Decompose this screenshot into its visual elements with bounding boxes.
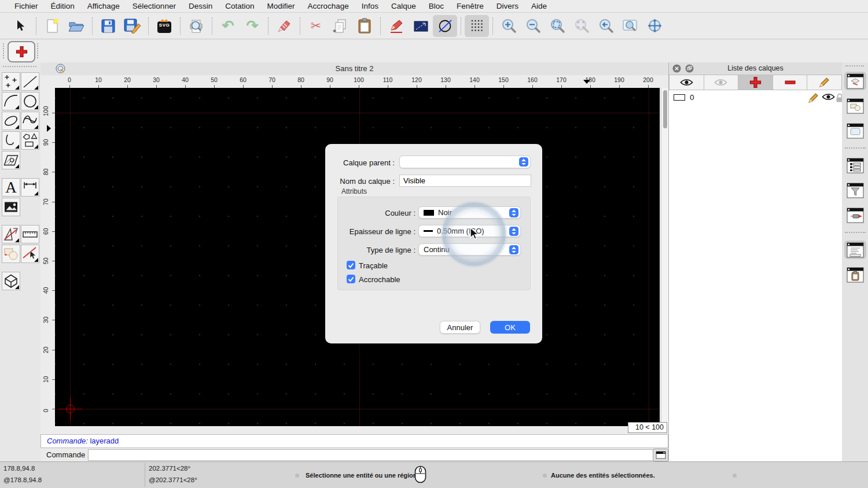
toolbar-separator [212,17,212,35]
stepper-icon [519,157,528,167]
undo-button[interactable]: ↶ [216,15,240,37]
new-document-button[interactable] [40,15,64,37]
checkbox-accrochable[interactable] [347,275,355,283]
horizontal-scrollbar-area[interactable] [41,426,668,434]
show-all-layers-button[interactable] [669,75,704,90]
stepper-icon [509,245,518,254]
add-layer-button[interactable] [738,75,773,90]
clipboard-panel-toggle-button[interactable] [844,265,866,284]
layer-name-label: Nom du calque : [340,177,395,186]
pen-panel-toggle-button[interactable] [844,206,866,224]
edit-layer-button[interactable] [807,75,842,90]
tool-image[interactable] [2,198,20,216]
blocks-panel-toggle-button[interactable] [844,97,866,115]
paste-button[interactable] [352,15,377,37]
tool-text[interactable]: A [2,178,20,197]
checkbox-tracable[interactable] [347,261,355,269]
status-dot [733,474,737,478]
tool-order[interactable] [2,245,20,263]
zoom-window-button[interactable] [618,15,642,37]
tool-arc[interactable] [2,92,20,110]
tool-select[interactable] [21,245,39,263]
add-layer-action-button[interactable] [8,41,35,62]
stepper-icon [509,208,518,217]
redo-button[interactable]: ↷ [240,15,264,37]
save-as-button[interactable] [120,15,145,37]
zoom-auto-button[interactable] [545,15,569,37]
hide-all-layers-button[interactable] [704,75,739,90]
ok-button[interactable]: OK [490,321,530,334]
tool-modify[interactable] [2,225,20,243]
menu-divers[interactable]: Divers [490,2,525,10]
command-window-toggle-button[interactable] [653,449,668,461]
line-attributes-button[interactable] [409,15,433,37]
submenu-triangle-icon [34,258,38,262]
menu-fichier[interactable]: Fichier [8,2,45,10]
command-panel-toggle-button[interactable] [844,241,866,259]
zoom-previous-button[interactable] [594,15,618,37]
open-document-button[interactable] [64,15,89,37]
tool-spline[interactable] [21,112,39,130]
layers-panel-toggle-button[interactable] [844,72,866,90]
remove-layer-button[interactable] [773,75,808,90]
ruler-label: 0 [42,403,49,412]
tool-hatch[interactable] [2,151,20,169]
tool-polygon[interactable] [21,131,39,150]
menu-edition[interactable]: Édition [45,2,81,10]
menu-cotation[interactable]: Cotation [219,2,260,10]
select-arrow-button[interactable] [8,15,32,37]
menu-selectionner[interactable]: Sélectionner [126,2,182,10]
pen-edit-button[interactable] [384,15,409,37]
layer-name-input[interactable] [399,175,531,187]
cancel-button[interactable]: Annuler [440,321,480,334]
ruler-label: 130 [440,76,451,83]
dock-strip [842,62,868,461]
scrollbar-thumb[interactable] [663,90,667,128]
zoom-in-button[interactable] [496,15,521,37]
layer-color-swatch[interactable] [674,94,685,101]
line-width-label: Epaisseur de ligne : [350,227,415,236]
edit-layer-icon[interactable] [808,93,819,106]
parent-layer-combo[interactable] [399,156,531,168]
toolbar-separator [380,17,381,35]
tool-line[interactable] [21,72,39,91]
layer-visibility-icon[interactable] [822,93,835,103]
line-type-label: Type de ligne : [366,246,415,254]
zoom-out-button[interactable] [521,15,545,37]
delete-eraser-button[interactable] [272,15,296,37]
tool-solid[interactable] [2,272,20,290]
grid-toggle-button[interactable] [465,15,489,37]
copy-button[interactable] [328,15,352,37]
layer-row[interactable]: 0 [669,91,842,104]
layer-settings-dialog: Calque parent : Nom du calque : Attribut… [325,144,542,343]
menu-aide[interactable]: Aide [525,2,553,10]
print-preview-button[interactable] [184,15,208,37]
tool-dimension[interactable] [21,178,39,197]
menu-infos[interactable]: Infos [355,2,385,10]
menu-bloc[interactable]: Bloc [422,2,450,10]
toolbar-separator [180,17,181,35]
list-panel-toggle-button[interactable] [844,156,866,175]
menu-accrochage[interactable]: Accrochage [301,2,355,10]
zoom-pan-button[interactable] [642,15,667,37]
menu-affichage[interactable]: Affichage [81,2,126,10]
document-title: Sans titre 2 [41,64,668,73]
draft-mode-button[interactable] [433,15,457,37]
tool-points[interactable] [2,72,20,91]
tool-measure[interactable] [21,225,39,243]
save-button[interactable] [96,15,120,37]
menu-calque[interactable]: Calque [385,2,422,10]
cut-button[interactable]: ✂ [304,15,328,37]
library-panel-toggle-button[interactable] [844,121,866,140]
tool-ellipse[interactable] [2,112,20,130]
filter-panel-toggle-button[interactable] [844,181,866,199]
export-svg-button[interactable]: SVG [152,15,176,37]
command-input[interactable] [88,449,654,461]
color-label: Couleur : [385,209,415,217]
tool-circle[interactable] [21,92,39,110]
menu-fenetre[interactable]: Fenêtre [450,2,490,10]
tool-polyline[interactable] [2,131,20,150]
vertical-scrollbar[interactable] [661,88,668,426]
menu-dessin[interactable]: Dessin [182,2,219,10]
menu-modifier[interactable]: Modifier [260,2,301,10]
